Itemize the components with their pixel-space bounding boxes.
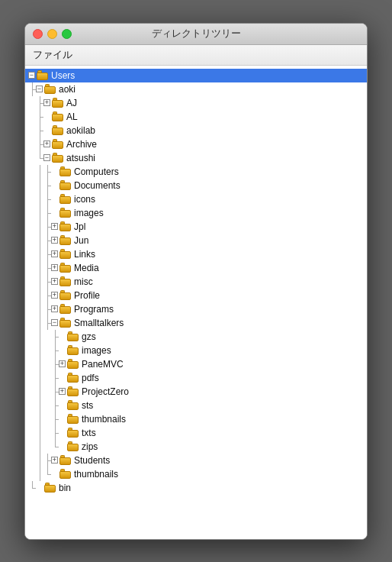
tree-item-jun[interactable]: +Jun — [25, 234, 367, 247]
file-menu[interactable]: ファイル — [33, 49, 72, 60]
tree-item-users[interactable]: −Users — [25, 69, 367, 82]
tree-view[interactable]: −Users−aoki+AJALaokilab+Archive−atsushiC… — [25, 66, 367, 539]
folder-icon-sts — [67, 400, 79, 411]
folder-icon-aokilab — [52, 125, 64, 136]
tree-item-computers[interactable]: Computers — [25, 165, 367, 179]
expand-box-students[interactable]: + — [51, 457, 58, 463]
tree-item-icons[interactable]: icons — [25, 192, 367, 206]
folder-icon-misc — [59, 276, 72, 287]
item-label-misc: misc — [74, 276, 93, 287]
folder-icon-bin — [44, 483, 56, 493]
tree-item-aj[interactable]: +AJ — [25, 96, 367, 110]
tree-item-archive[interactable]: +Archive — [25, 137, 367, 151]
tree-item-students[interactable]: +Students — [25, 454, 367, 467]
expand-box-archive[interactable]: + — [43, 140, 50, 147]
tree-item-al[interactable]: AL — [25, 110, 367, 124]
tree-item-panemvc[interactable]: +PaneMVC — [25, 357, 367, 371]
tree-item-jpl[interactable]: +Jpl — [25, 220, 367, 234]
expand-box-programs[interactable]: + — [51, 305, 58, 312]
item-label-al: AL — [66, 111, 78, 122]
tree-item-profile[interactable]: +Profile — [25, 289, 367, 302]
item-label-programs: Programs — [74, 304, 114, 315]
tree-item-projectzero[interactable]: +ProjectZero — [25, 385, 367, 399]
folder-icon-images_a — [59, 208, 72, 218]
item-label-thumbnails_a: thumbnails — [74, 469, 118, 480]
tree-item-bin[interactable]: bin — [25, 481, 367, 495]
tree-item-atsushi[interactable]: −atsushi — [25, 151, 367, 165]
tree-item-zips[interactable]: zips — [25, 440, 367, 454]
item-label-images_s: images — [82, 345, 111, 356]
folder-icon-documents — [59, 180, 72, 191]
tree-item-images_a[interactable]: images — [25, 206, 367, 220]
folder-icon-txts — [67, 428, 79, 438]
expand-box-aj[interactable]: + — [43, 99, 50, 106]
tree-item-misc[interactable]: +misc — [25, 275, 367, 289]
tree-item-smalltalkers[interactable]: −Smalltalkers — [25, 316, 367, 330]
folder-icon-users — [37, 70, 49, 81]
minimize-button[interactable] — [47, 29, 57, 39]
tree-item-documents[interactable]: Documents — [25, 179, 367, 192]
tree-item-txts[interactable]: txts — [25, 426, 367, 440]
folder-icon-programs — [59, 304, 72, 315]
item-label-computers: Computers — [74, 166, 119, 177]
item-label-panemvc: PaneMVC — [82, 359, 124, 370]
expand-box-jpl[interactable]: + — [51, 223, 58, 230]
close-button[interactable] — [33, 29, 43, 39]
expand-box-panemvc[interactable]: + — [59, 360, 66, 367]
item-label-media: Media — [74, 263, 99, 273]
window-title: ディレクトリツリー — [152, 27, 241, 40]
tree-item-gzs[interactable]: gzs — [25, 330, 367, 344]
folder-icon-jun — [59, 235, 72, 246]
tree-item-programs[interactable]: +Programs — [25, 302, 367, 316]
expand-box-jun[interactable]: + — [51, 237, 58, 244]
item-label-txts: txts — [82, 428, 96, 438]
expand-box-profile[interactable]: + — [51, 292, 58, 299]
tree-item-sts[interactable]: sts — [25, 399, 367, 412]
traffic-lights — [33, 29, 72, 39]
expand-box-projectzero[interactable]: + — [59, 388, 66, 395]
tree-item-aoki[interactable]: −aoki — [25, 82, 367, 96]
maximize-button[interactable] — [62, 29, 72, 39]
expand-box-misc[interactable]: + — [51, 278, 58, 285]
folder-icon-gzs — [67, 331, 79, 342]
tree-item-aokilab[interactable]: aokilab — [25, 124, 367, 137]
expand-box-links[interactable]: + — [51, 250, 58, 257]
item-label-gzs: gzs — [82, 331, 96, 342]
item-label-jpl: Jpl — [74, 221, 85, 232]
titlebar: ディレクトリツリー — [25, 24, 367, 45]
tree-item-thumbnails_a[interactable]: thumbnails — [25, 467, 367, 481]
tree-item-media[interactable]: +Media — [25, 261, 367, 275]
item-label-links: Links — [74, 249, 95, 260]
main-window: ディレクトリツリー ファイル −Users−aoki+AJALaokilab+A… — [24, 23, 368, 540]
folder-icon-aj — [52, 98, 64, 108]
folder-icon-aoki — [44, 84, 56, 95]
folder-icon-projectzero — [67, 386, 79, 397]
folder-icon-jpl — [59, 221, 72, 232]
expand-box-media[interactable]: + — [51, 264, 58, 271]
item-label-aj: AJ — [66, 98, 77, 108]
folder-icon-pdfs — [67, 373, 79, 383]
expand-box-users[interactable]: − — [28, 72, 35, 79]
folder-icon-media — [59, 263, 72, 273]
item-label-images_a: images — [74, 208, 104, 218]
item-label-documents: Documents — [74, 180, 120, 191]
item-label-archive: Archive — [66, 139, 97, 150]
tree-item-images_s[interactable]: images — [25, 344, 367, 357]
folder-icon-students — [59, 455, 72, 466]
tree-item-links[interactable]: +Links — [25, 247, 367, 261]
folder-icon-smalltalkers — [59, 318, 72, 328]
expand-box-aoki[interactable]: − — [36, 86, 43, 92]
folder-icon-profile — [59, 290, 72, 301]
tree-item-thumbnails_s[interactable]: thumbnails — [25, 412, 367, 426]
expand-box-atsushi[interactable]: − — [43, 154, 50, 161]
item-label-projectzero: ProjectZero — [82, 386, 129, 397]
folder-icon-links — [59, 249, 72, 260]
tree-item-pdfs[interactable]: pdfs — [25, 371, 367, 385]
item-label-smalltalkers: Smalltalkers — [74, 318, 124, 328]
item-label-aoki: aoki — [59, 84, 76, 95]
item-label-zips: zips — [82, 441, 98, 452]
expand-box-smalltalkers[interactable]: − — [51, 319, 58, 326]
content-area: −Users−aoki+AJALaokilab+Archive−atsushiC… — [25, 66, 367, 539]
item-label-users: Users — [51, 70, 75, 81]
folder-icon-zips — [67, 441, 79, 452]
